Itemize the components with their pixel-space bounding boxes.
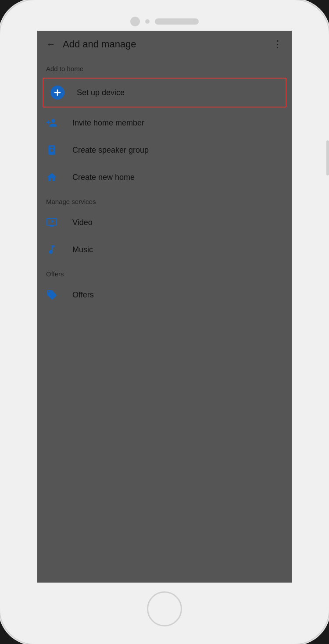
sensor-dot [145, 19, 150, 24]
invite-person-icon [46, 117, 64, 129]
speaker-icon [46, 144, 64, 156]
create-new-home-item[interactable]: Create new home [37, 164, 292, 191]
create-speaker-group-label: Create speaker group [72, 146, 149, 155]
app-header: ← Add and manage ⋮ [37, 31, 292, 58]
set-up-device-label: Set up device [77, 88, 125, 97]
page-title: Add and manage [56, 39, 273, 50]
back-button[interactable]: ← [46, 39, 56, 50]
video-item[interactable]: Video [37, 209, 292, 236]
home-button[interactable] [147, 591, 182, 626]
offers-item[interactable]: Offers [37, 281, 292, 308]
more-options-button[interactable]: ⋮ [273, 39, 283, 50]
section-add-to-home: Add to home [37, 58, 292, 76]
create-speaker-group-item[interactable]: Create speaker group [37, 136, 292, 164]
camera-icon [130, 17, 140, 26]
video-label: Video [72, 218, 93, 227]
phone-bottom [147, 583, 182, 644]
section-manage-services: Manage services [37, 191, 292, 209]
create-new-home-label: Create new home [72, 173, 135, 182]
music-label: Music [72, 245, 93, 254]
speaker-grille [155, 18, 199, 25]
invite-home-member-item[interactable]: Invite home member [37, 109, 292, 136]
set-up-device-item[interactable]: Set up device [43, 78, 286, 107]
side-button [326, 140, 329, 175]
invite-home-member-label: Invite home member [72, 118, 144, 128]
tag-icon [46, 289, 64, 301]
phone-frame: ← Add and manage ⋮ Add to home Set up de… [0, 0, 329, 644]
phone-screen: ← Add and manage ⋮ Add to home Set up de… [37, 31, 292, 583]
music-item[interactable]: Music [37, 236, 292, 263]
music-icon [46, 244, 64, 255]
offers-label: Offers [72, 290, 94, 300]
video-icon [46, 217, 64, 228]
phone-notch [0, 0, 329, 31]
plus-circle-icon [50, 86, 68, 100]
home-icon [46, 172, 64, 183]
section-offers: Offers [37, 263, 292, 281]
